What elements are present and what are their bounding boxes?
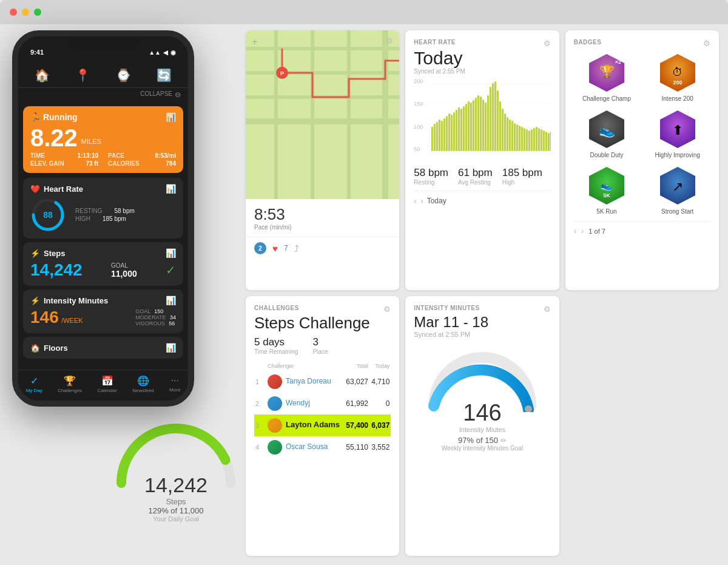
badges-gear-btn[interactable]: ⚙ [703, 39, 710, 48]
svg-rect-97 [465, 104, 467, 151]
phone-nav-refresh-icon[interactable]: 🔄 [152, 63, 177, 87]
challenges-gear-btn-2[interactable]: ⚙ [383, 305, 391, 314]
svg-rect-112 [502, 109, 504, 151]
share-icon[interactable]: ⤴ [294, 243, 299, 254]
intensity-edit-icon[interactable]: ✏ [500, 436, 507, 445]
svg-text:×2: ×2 [615, 59, 621, 65]
svg-rect-120 [521, 127, 523, 151]
badge-intense-200: ⏱ 200 Intense 200 [644, 53, 710, 102]
phone-nav-watch-icon[interactable]: ⌚ [112, 63, 136, 87]
map-gear-btn-2[interactable]: ⚙ [386, 36, 393, 46]
hr-prev-btn[interactable]: ‹ [414, 196, 417, 206]
challenge-time-val: 5 days [254, 336, 298, 348]
hr-stat-high-lbl: High [502, 179, 542, 186]
floors-chart-icon[interactable]: 📊 [166, 343, 176, 353]
badge-label-double-duty: Double Duty [590, 152, 623, 158]
steps-widget-content: 14,242 GOAL 11,000 ✓ [30, 260, 176, 280]
badge-hex-challenge-champ: 🏆 ×2 [587, 53, 627, 93]
intensity-gauge-val: 146 Intensity Miutes 97% of 150 ✏ Weekly… [442, 400, 523, 452]
badge-challenge-champ: 🏆 ×2 Challenge Champ [574, 53, 640, 102]
running-pace-stat: PACE 8:53/mi [108, 152, 176, 159]
challenges-table-body: 1Tanya Doreau63,0274,7102Wendyj61,99203L… [254, 371, 391, 458]
intensity-moderate-row: MODERATE 34 [135, 314, 176, 320]
steps-goal-container: GOAL 11,000 [111, 262, 137, 279]
heart-action-icon[interactable]: ♥ [272, 243, 278, 254]
browser-dot-red [10, 8, 17, 16]
svg-rect-94 [458, 107, 460, 151]
hr-chart-icon[interactable]: 📊 [166, 184, 176, 194]
steps-chart-icon[interactable]: 📊 [166, 248, 176, 258]
phone-screen: 9:41 ▲▲ ◀ ◉ 🏠 📍 ⌚ 🔄 COLLAPSE ⊖ [18, 36, 188, 401]
steps-value: 14,242 [30, 260, 83, 280]
svg-rect-87 [441, 121, 443, 151]
steps-display-label: Steps [109, 497, 243, 506]
svg-rect-114 [507, 117, 508, 151]
map-svg-2: P [246, 30, 399, 199]
phone-nav-home-icon[interactable]: 🏠 [30, 63, 55, 87]
heart-rate-value: 88 [43, 210, 53, 220]
badges-next-btn[interactable]: › [581, 226, 584, 235]
hr-stat-high-val: 185 bpm [502, 167, 542, 179]
phone-status-icons: ▲▲ ◀ ◉ [149, 49, 176, 56]
right-panel: + ⚙ P 8:53 Pace (min/mi) 2 ♥ 7 [240, 24, 725, 562]
hr-next-btn[interactable]: › [420, 196, 423, 206]
phone-nav-map-icon[interactable]: 📍 [71, 63, 95, 87]
badges-prev-btn[interactable]: ‹ [574, 226, 576, 235]
hr-nav-today: Today [427, 197, 447, 205]
svg-rect-123 [528, 130, 530, 151]
floors-icon: 🏠 [30, 343, 40, 353]
svg-rect-102 [477, 95, 479, 151]
svg-rect-117 [514, 123, 516, 151]
tab-more[interactable]: ··· More [169, 375, 180, 393]
challenges-section-lbl: CHALLENGES [254, 305, 299, 314]
svg-rect-126 [536, 127, 538, 151]
collapse-icon[interactable]: ⊖ [175, 90, 181, 99]
heart-rate-circle: 88 [30, 197, 66, 232]
challenge-name: Wendyj [266, 393, 344, 414]
challenge-place-num: 3 [312, 336, 328, 348]
hr-card-header: HEART RATE ⚙ [414, 39, 550, 48]
collapse-label[interactable]: COLLAPSE [140, 90, 172, 99]
svg-rect-104 [482, 100, 484, 151]
challenge-meta-2: 5 days Time Remaining 3 Place [254, 336, 391, 355]
browser-dot-green [34, 8, 41, 16]
challenger-name: Tanya Doreau [286, 377, 331, 385]
intensity-chart-icon[interactable]: 📊 [166, 296, 176, 305]
badges-section-label: BADGES [574, 39, 602, 48]
challenge-time-lbl: Time Remaining [254, 348, 298, 355]
svg-rect-85 [436, 122, 438, 151]
svg-rect-93 [456, 110, 457, 151]
badge-label-highly-improving: Highly Improving [655, 152, 699, 158]
hr-synced: Synced at 2:55 PM [414, 68, 550, 75]
tab-challenges-icon: 🏆 [64, 375, 76, 387]
hr-gear-btn[interactable]: ⚙ [544, 39, 551, 48]
heart-rate-widget-title: ❤️ Heart Rate [30, 184, 83, 194]
running-chart-icon[interactable]: 📊 [166, 112, 176, 122]
svg-rect-92 [453, 112, 455, 151]
map-add-btn-2[interactable]: + [252, 36, 257, 47]
svg-rect-83 [431, 127, 433, 151]
steps-goal-label: GOAL [111, 262, 137, 269]
map-card-2: + ⚙ P 8:53 Pace (min/mi) 2 ♥ 7 [246, 30, 399, 290]
intensity-gear-btn[interactable]: ⚙ [544, 305, 551, 314]
intensity-icon: ⚡ [30, 296, 40, 305]
tab-calendar[interactable]: 📅 Calendar [97, 375, 116, 393]
challenge-row: 4Oscar Sousa55,1103,552 [254, 436, 391, 458]
svg-rect-108 [492, 83, 494, 151]
svg-rect-96 [463, 106, 465, 151]
svg-rect-124 [531, 129, 533, 151]
tab-newsfeed[interactable]: 🌐 Newsfeed [132, 375, 154, 393]
intensity-section-label: INTENSITY MINUTES [414, 305, 479, 314]
tab-my-day[interactable]: ✓ My Day [26, 375, 42, 393]
floors-widget: 🏠 Floors 📊 [23, 337, 183, 359]
svg-rect-127 [538, 128, 540, 151]
running-time-stat: TIME 1:13:10 [30, 152, 98, 159]
challenge-name: Tanya Doreau [266, 371, 344, 393]
steps-widget-header: ⚡ Steps 📊 [30, 248, 176, 258]
svg-rect-89 [446, 116, 448, 151]
challenge-time: 5 days Time Remaining [254, 336, 298, 355]
tab-challenges[interactable]: 🏆 Challenges [58, 375, 82, 393]
challenger-avatar [268, 418, 282, 433]
running-icon: 🏃 [30, 112, 41, 122]
badge-hex-strong-start: ↗ [658, 166, 698, 206]
